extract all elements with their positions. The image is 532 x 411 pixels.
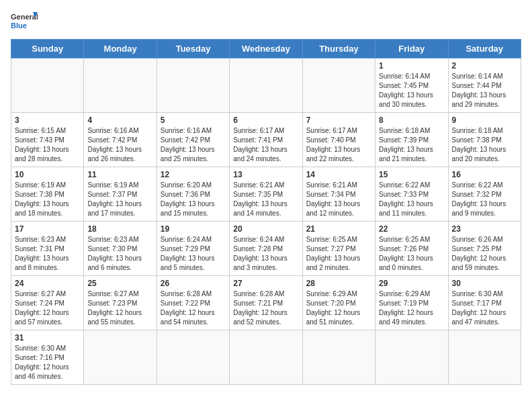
day-number: 19 bbox=[161, 224, 226, 234]
day-number: 12 bbox=[161, 170, 226, 179]
calendar-cell: 24Sunrise: 6:27 AM Sunset: 7:24 PM Dayli… bbox=[11, 276, 84, 330]
day-info: Sunrise: 6:29 AM Sunset: 7:19 PM Dayligh… bbox=[379, 289, 444, 327]
calendar-cell: 25Sunrise: 6:27 AM Sunset: 7:23 PM Dayli… bbox=[84, 276, 157, 330]
calendar-cell bbox=[230, 58, 302, 113]
day-number: 13 bbox=[233, 170, 298, 179]
calendar-cell: 14Sunrise: 6:21 AM Sunset: 7:34 PM Dayli… bbox=[302, 167, 375, 222]
day-info: Sunrise: 6:24 AM Sunset: 7:29 PM Dayligh… bbox=[161, 235, 226, 273]
day-number: 2 bbox=[452, 61, 517, 71]
day-number: 16 bbox=[452, 170, 517, 179]
calendar-cell bbox=[157, 58, 229, 113]
day-number: 28 bbox=[306, 279, 371, 288]
calendar-cell: 29Sunrise: 6:29 AM Sunset: 7:19 PM Dayli… bbox=[375, 276, 448, 330]
day-info: Sunrise: 6:14 AM Sunset: 7:44 PM Dayligh… bbox=[452, 72, 517, 109]
day-number: 11 bbox=[87, 170, 152, 179]
calendar-cell: 20Sunrise: 6:24 AM Sunset: 7:28 PM Dayli… bbox=[230, 222, 302, 276]
calendar-cell: 18Sunrise: 6:23 AM Sunset: 7:30 PM Dayli… bbox=[84, 222, 157, 276]
calendar-cell: 21Sunrise: 6:25 AM Sunset: 7:27 PM Dayli… bbox=[302, 222, 375, 276]
day-number: 7 bbox=[306, 116, 371, 125]
day-number: 15 bbox=[379, 170, 444, 179]
day-number: 29 bbox=[379, 279, 444, 288]
day-info: Sunrise: 6:17 AM Sunset: 7:41 PM Dayligh… bbox=[233, 126, 298, 164]
calendar-cell bbox=[302, 330, 375, 385]
day-info: Sunrise: 6:19 AM Sunset: 7:37 PM Dayligh… bbox=[87, 181, 152, 218]
calendar-cell: 19Sunrise: 6:24 AM Sunset: 7:29 PM Dayli… bbox=[157, 222, 229, 276]
day-number: 25 bbox=[87, 279, 152, 288]
week-row-1: 3Sunrise: 6:15 AM Sunset: 7:43 PM Daylig… bbox=[11, 113, 521, 167]
calendar-cell: 30Sunrise: 6:30 AM Sunset: 7:17 PM Dayli… bbox=[448, 276, 521, 330]
calendar-cell: 13Sunrise: 6:21 AM Sunset: 7:35 PM Dayli… bbox=[230, 167, 302, 222]
week-row-5: 31Sunrise: 6:30 AM Sunset: 7:16 PM Dayli… bbox=[11, 330, 521, 385]
day-number: 18 bbox=[87, 224, 152, 234]
day-info: Sunrise: 6:25 AM Sunset: 7:26 PM Dayligh… bbox=[379, 235, 444, 273]
day-info: Sunrise: 6:28 AM Sunset: 7:21 PM Dayligh… bbox=[233, 289, 298, 327]
day-info: Sunrise: 6:16 AM Sunset: 7:42 PM Dayligh… bbox=[161, 126, 226, 164]
day-number: 24 bbox=[15, 279, 80, 288]
day-info: Sunrise: 6:27 AM Sunset: 7:24 PM Dayligh… bbox=[15, 289, 80, 327]
day-info: Sunrise: 6:27 AM Sunset: 7:23 PM Dayligh… bbox=[87, 289, 152, 327]
day-info: Sunrise: 6:17 AM Sunset: 7:40 PM Dayligh… bbox=[306, 126, 371, 164]
calendar-cell bbox=[11, 58, 84, 113]
day-info: Sunrise: 6:18 AM Sunset: 7:38 PM Dayligh… bbox=[452, 126, 517, 164]
weekday-header-row: SundayMondayTuesdayWednesdayThursdayFrid… bbox=[11, 40, 521, 58]
day-number: 1 bbox=[379, 61, 444, 71]
day-number: 14 bbox=[306, 170, 371, 179]
day-number: 17 bbox=[15, 224, 80, 234]
day-info: Sunrise: 6:20 AM Sunset: 7:36 PM Dayligh… bbox=[161, 181, 226, 218]
svg-text:General: General bbox=[11, 13, 38, 21]
weekday-header-wednesday: Wednesday bbox=[230, 40, 302, 58]
calendar-cell bbox=[375, 330, 448, 385]
calendar-cell: 9Sunrise: 6:18 AM Sunset: 7:38 PM Daylig… bbox=[448, 113, 521, 167]
calendar-cell: 3Sunrise: 6:15 AM Sunset: 7:43 PM Daylig… bbox=[11, 113, 84, 167]
calendar-cell: 31Sunrise: 6:30 AM Sunset: 7:16 PM Dayli… bbox=[11, 330, 84, 385]
day-info: Sunrise: 6:24 AM Sunset: 7:28 PM Dayligh… bbox=[233, 235, 298, 273]
calendar-cell bbox=[448, 330, 521, 385]
day-info: Sunrise: 6:28 AM Sunset: 7:22 PM Dayligh… bbox=[161, 289, 226, 327]
calendar-cell bbox=[230, 330, 302, 385]
day-info: Sunrise: 6:26 AM Sunset: 7:25 PM Dayligh… bbox=[452, 235, 517, 273]
day-info: Sunrise: 6:30 AM Sunset: 7:16 PM Dayligh… bbox=[15, 344, 80, 381]
day-info: Sunrise: 6:19 AM Sunset: 7:38 PM Dayligh… bbox=[15, 181, 80, 218]
day-info: Sunrise: 6:21 AM Sunset: 7:35 PM Dayligh… bbox=[233, 181, 298, 218]
calendar-cell: 2Sunrise: 6:14 AM Sunset: 7:44 PM Daylig… bbox=[448, 58, 521, 113]
calendar-cell: 7Sunrise: 6:17 AM Sunset: 7:40 PM Daylig… bbox=[302, 113, 375, 167]
calendar-cell: 6Sunrise: 6:17 AM Sunset: 7:41 PM Daylig… bbox=[230, 113, 302, 167]
calendar-cell: 12Sunrise: 6:20 AM Sunset: 7:36 PM Dayli… bbox=[157, 167, 229, 222]
calendar-cell bbox=[84, 330, 157, 385]
day-number: 27 bbox=[233, 279, 298, 288]
header: General Blue bbox=[11, 11, 521, 32]
day-number: 21 bbox=[306, 224, 371, 234]
day-number: 23 bbox=[452, 224, 517, 234]
day-info: Sunrise: 6:21 AM Sunset: 7:34 PM Dayligh… bbox=[306, 181, 371, 218]
calendar-cell: 26Sunrise: 6:28 AM Sunset: 7:22 PM Dayli… bbox=[157, 276, 229, 330]
day-info: Sunrise: 6:25 AM Sunset: 7:27 PM Dayligh… bbox=[306, 235, 371, 273]
day-info: Sunrise: 6:18 AM Sunset: 7:39 PM Dayligh… bbox=[379, 126, 444, 164]
day-number: 9 bbox=[452, 116, 517, 125]
day-number: 31 bbox=[15, 333, 80, 342]
calendar-cell: 5Sunrise: 6:16 AM Sunset: 7:42 PM Daylig… bbox=[157, 113, 229, 167]
week-row-4: 24Sunrise: 6:27 AM Sunset: 7:24 PM Dayli… bbox=[11, 276, 521, 330]
weekday-header-thursday: Thursday bbox=[302, 40, 375, 58]
day-info: Sunrise: 6:29 AM Sunset: 7:20 PM Dayligh… bbox=[306, 289, 371, 327]
day-info: Sunrise: 6:14 AM Sunset: 7:45 PM Dayligh… bbox=[379, 72, 444, 109]
day-number: 22 bbox=[379, 224, 444, 234]
calendar-cell bbox=[84, 58, 157, 113]
calendar-cell: 10Sunrise: 6:19 AM Sunset: 7:38 PM Dayli… bbox=[11, 167, 84, 222]
calendar-cell: 16Sunrise: 6:22 AM Sunset: 7:32 PM Dayli… bbox=[448, 167, 521, 222]
calendar-cell: 11Sunrise: 6:19 AM Sunset: 7:37 PM Dayli… bbox=[84, 167, 157, 222]
logo-svg: General Blue bbox=[11, 11, 38, 32]
day-info: Sunrise: 6:30 AM Sunset: 7:17 PM Dayligh… bbox=[452, 289, 517, 327]
day-number: 20 bbox=[233, 224, 298, 234]
calendar-cell: 17Sunrise: 6:23 AM Sunset: 7:31 PM Dayli… bbox=[11, 222, 84, 276]
day-number: 26 bbox=[161, 279, 226, 288]
weekday-header-friday: Friday bbox=[375, 40, 448, 58]
day-info: Sunrise: 6:23 AM Sunset: 7:30 PM Dayligh… bbox=[87, 235, 152, 273]
weekday-header-saturday: Saturday bbox=[448, 40, 521, 58]
calendar-cell: 8Sunrise: 6:18 AM Sunset: 7:39 PM Daylig… bbox=[375, 113, 448, 167]
day-info: Sunrise: 6:22 AM Sunset: 7:32 PM Dayligh… bbox=[452, 181, 517, 218]
day-info: Sunrise: 6:16 AM Sunset: 7:42 PM Dayligh… bbox=[87, 126, 152, 164]
day-info: Sunrise: 6:23 AM Sunset: 7:31 PM Dayligh… bbox=[15, 235, 80, 273]
day-number: 30 bbox=[452, 279, 517, 288]
calendar-cell bbox=[302, 58, 375, 113]
calendar-cell bbox=[157, 330, 229, 385]
